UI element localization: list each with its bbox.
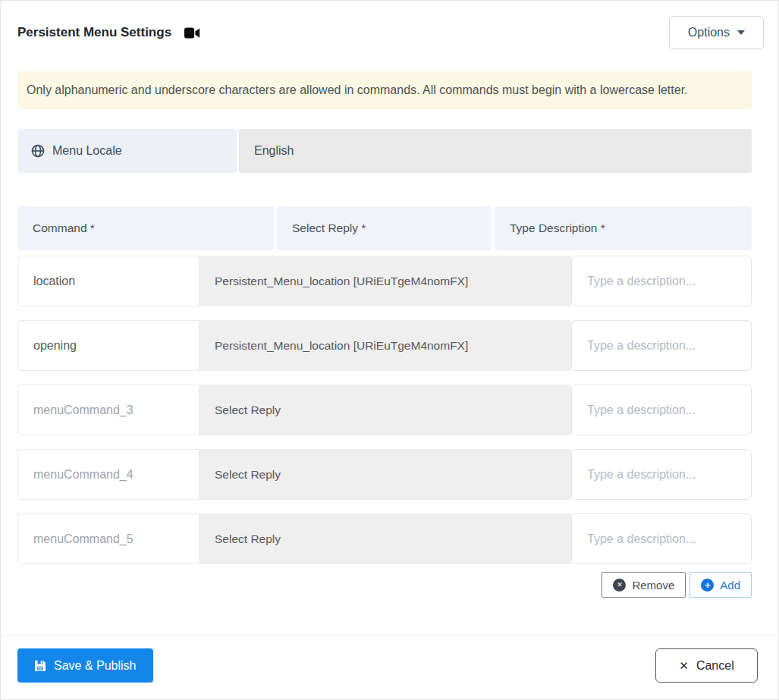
command-input[interactable] (17, 320, 199, 371)
command-input[interactable] (17, 256, 199, 306)
command-input[interactable] (17, 385, 199, 435)
description-input[interactable] (571, 449, 752, 500)
reply-select[interactable]: Select Reply (199, 385, 571, 435)
menu-locale-label: Menu Locale (52, 144, 122, 158)
persistent-menu-settings-panel: Persistent Menu Settings Options Only al… (0, 0, 779, 700)
command-input[interactable] (17, 513, 199, 564)
commands-table-body: Persistent_Menu_location [URiEuTgeM4nomF… (17, 256, 752, 564)
description-input[interactable] (571, 385, 752, 435)
globe-icon (31, 144, 45, 158)
reply-select-value: Select Reply (215, 532, 281, 546)
command-row: Select Reply (17, 449, 752, 500)
reply-select[interactable]: Persistent_Menu_location [URiEuTgeM4nomF… (199, 320, 571, 371)
cancel-button-label: Cancel (696, 659, 734, 673)
options-button-label: Options (688, 26, 730, 39)
row-actions: ✕ Remove + Add (17, 572, 752, 598)
description-input[interactable] (571, 513, 752, 564)
save-icon (34, 660, 46, 672)
reply-select-value: Persistent_Menu_location [URiEuTgeM4nomF… (215, 275, 468, 288)
caret-down-icon (737, 30, 745, 35)
command-rules-alert: Only alphanumeric and underscore charact… (17, 71, 752, 109)
command-row: Select Reply (17, 385, 752, 435)
menu-locale-value[interactable]: English (239, 129, 752, 173)
command-row: Select Reply (17, 513, 752, 564)
reply-select-value: Persistent_Menu_location [URiEuTgeM4nomF… (215, 339, 468, 353)
cancel-x-icon: ✕ (679, 659, 689, 673)
column-header-command: Command * (17, 206, 274, 250)
menu-locale-label-cell: Menu Locale (17, 129, 237, 173)
alert-text: Only alphanumeric and underscore charact… (27, 83, 688, 97)
menu-locale-row: Menu Locale English (17, 129, 752, 173)
column-header-select-reply: Select Reply * (277, 206, 492, 250)
panel-footer: Save & Publish ✕ Cancel (1, 635, 778, 683)
reply-select[interactable]: Select Reply (199, 513, 571, 564)
add-circle-icon: + (701, 579, 714, 592)
remove-circle-icon: ✕ (613, 579, 626, 592)
remove-button-label: Remove (632, 579, 674, 592)
description-input[interactable] (571, 320, 752, 371)
save-publish-button[interactable]: Save & Publish (17, 648, 153, 683)
command-input[interactable] (17, 449, 199, 500)
commands-table-header: Command * Select Reply * Type Descriptio… (17, 206, 752, 250)
save-publish-label: Save & Publish (54, 659, 137, 673)
menu-locale-selected: English (254, 144, 294, 158)
description-input[interactable] (571, 256, 752, 306)
reply-select-value: Select Reply (215, 468, 281, 482)
command-row: Persistent_Menu_location [URiEuTgeM4nomF… (17, 320, 752, 371)
page-title: Persistent Menu Settings (17, 25, 171, 40)
options-button[interactable]: Options (669, 16, 764, 49)
panel-header: Persistent Menu Settings Options (1, 1, 778, 49)
video-camera-icon[interactable] (184, 27, 200, 39)
command-row: Persistent_Menu_location [URiEuTgeM4nomF… (17, 256, 752, 306)
reply-select[interactable]: Select Reply (199, 449, 571, 500)
add-button-label: Add (720, 579, 740, 592)
column-header-type-description: Type Description * (495, 206, 752, 250)
remove-row-button[interactable]: ✕ Remove (602, 572, 686, 598)
reply-select-value: Select Reply (215, 403, 281, 417)
cancel-button[interactable]: ✕ Cancel (655, 648, 758, 683)
panel-title-group: Persistent Menu Settings (17, 25, 200, 40)
add-row-button[interactable]: + Add (689, 572, 752, 598)
reply-select[interactable]: Persistent_Menu_location [URiEuTgeM4nomF… (199, 256, 571, 306)
